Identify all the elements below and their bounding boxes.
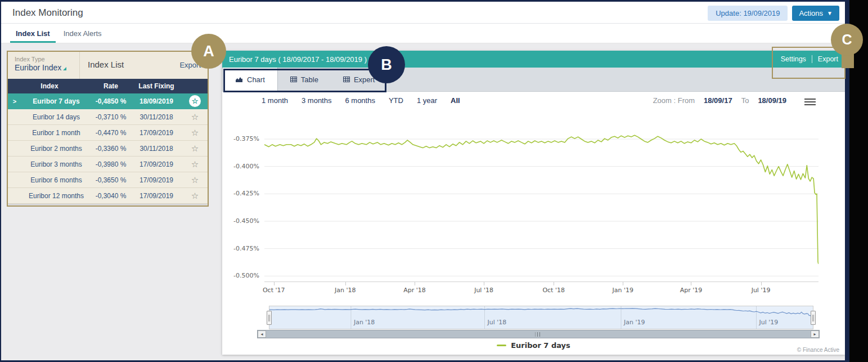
x-axis-label: Apr '18 bbox=[403, 287, 426, 294]
index-last-fixing: 17/09/2019 bbox=[131, 160, 182, 168]
x-axis-label: Jan '18 bbox=[335, 287, 356, 294]
range-button-ytd[interactable]: YTD bbox=[389, 96, 403, 105]
x-axis-label: Jan '19 bbox=[613, 287, 633, 294]
tab-table[interactable]: Table bbox=[278, 68, 331, 91]
series-line-euribor-7-days bbox=[264, 135, 818, 264]
chart-export-link[interactable]: Export bbox=[818, 55, 838, 63]
zoom-from-label: Zoom : From bbox=[653, 96, 695, 105]
index-last-fixing: 17/09/2019 bbox=[131, 129, 182, 137]
tab-label: Expert bbox=[354, 75, 375, 84]
x-axis-label: Jul '19 bbox=[752, 287, 771, 294]
actions-button[interactable]: Actions ▼ bbox=[792, 6, 839, 21]
table-row-euribor-1-month[interactable]: Euribor 1 month-0,4470 %17/09/2019☆ bbox=[8, 125, 208, 141]
index-panel-header: Index Type Euribor Index Index List Expo… bbox=[8, 52, 208, 79]
range-button-1-month[interactable]: 1 month bbox=[262, 96, 288, 105]
navigator-svg bbox=[269, 306, 813, 329]
index-type-value[interactable]: Euribor Index bbox=[15, 63, 66, 72]
navigator-label: Jan '18 bbox=[354, 319, 375, 326]
x-axis-tick bbox=[623, 282, 623, 285]
settings-link[interactable]: Settings bbox=[781, 55, 806, 63]
table-row-euribor-3-months[interactable]: Euribor 3 months-0,3980 %17/09/2019☆ bbox=[8, 157, 208, 172]
zoom-to-date[interactable]: 18/09/19 bbox=[758, 96, 786, 105]
favorite-star[interactable]: ☆ bbox=[182, 112, 208, 122]
navigator-label: Jan '19 bbox=[624, 319, 645, 326]
table-icon bbox=[290, 77, 297, 82]
x-axis-tick bbox=[691, 282, 691, 285]
index-name: Euribor 1 month bbox=[21, 129, 91, 137]
tab-index-list[interactable]: Index List bbox=[9, 24, 57, 43]
table-row-euribor-6-months[interactable]: Euribor 6 months-0,3650 %17/09/2019☆ bbox=[8, 172, 208, 188]
page-tabs: Index ListIndex Alerts bbox=[1, 24, 845, 43]
scroll-right-arrow-icon[interactable]: ▸ bbox=[811, 330, 819, 338]
table-row-euribor-7-days[interactable]: >Euribor 7 days-0,4850 %18/09/2019☆ bbox=[8, 93, 208, 109]
chart-scrollbar[interactable]: ◂ ▸ bbox=[257, 330, 820, 338]
index-list-panel: Index Type Euribor Index Index List Expo… bbox=[8, 52, 208, 204]
top-header: Index Monitoring Update: 19/09/2019 Acti… bbox=[1, 2, 845, 24]
x-axis-tick bbox=[554, 282, 554, 285]
x-axis-tick bbox=[484, 282, 484, 285]
table-row-euribor-14-days[interactable]: Euribor 14 days-0,3710 %30/11/2018☆ bbox=[8, 109, 208, 125]
chart-menu-icon[interactable] bbox=[804, 99, 816, 106]
index-type-selector[interactable]: Index Type Euribor Index bbox=[8, 52, 80, 79]
chart-navigator[interactable]: Jan '18Jul '18Jan '19Jul '19 bbox=[269, 306, 813, 329]
zoom-from-date[interactable]: 18/09/17 bbox=[704, 96, 732, 105]
navigator-right-handle[interactable] bbox=[811, 311, 816, 325]
index-rate: -0,4850 % bbox=[91, 97, 131, 105]
index-name: Euribor 12 months bbox=[21, 192, 91, 200]
column-header-index: Index bbox=[8, 82, 91, 90]
favorite-star[interactable]: ☆ bbox=[182, 95, 208, 107]
x-axis-tick bbox=[274, 282, 275, 285]
range-button-6-months[interactable]: 6 months bbox=[345, 96, 375, 105]
detail-title: Euribor 7 days ( 18/09/2017 - 18/09/2019… bbox=[229, 55, 367, 64]
navigator-label: Jul '18 bbox=[488, 319, 507, 326]
navigator-left-handle[interactable] bbox=[267, 311, 272, 325]
y-axis-label: -0.475% bbox=[222, 245, 259, 252]
favorite-star[interactable]: ☆ bbox=[182, 128, 208, 138]
favorite-star[interactable]: ☆ bbox=[182, 144, 208, 154]
tab-index-alerts[interactable]: Index Alerts bbox=[57, 24, 109, 43]
tab-expert[interactable]: Expert bbox=[331, 68, 388, 91]
copyright-text: © Finance Active bbox=[797, 347, 839, 353]
actions-button-label: Actions bbox=[799, 9, 823, 17]
y-axis-label: -0.425% bbox=[222, 190, 259, 197]
scroll-left-arrow-icon[interactable]: ◂ bbox=[258, 330, 266, 338]
y-axis-label: -0.500% bbox=[222, 272, 259, 279]
range-button-all[interactable]: All bbox=[451, 96, 460, 105]
index-name: Euribor 6 months bbox=[21, 176, 91, 184]
favorite-star[interactable]: ☆ bbox=[182, 159, 208, 169]
tab-label: Chart bbox=[247, 75, 265, 84]
tab-chart[interactable]: Chart bbox=[222, 68, 278, 92]
chevron-down-icon: ▼ bbox=[827, 11, 833, 16]
index-rate: -0,3980 % bbox=[91, 160, 131, 168]
column-header-rate: Rate bbox=[91, 82, 131, 90]
table-row-euribor-12-months[interactable]: Euribor 12 months-0,3040 %17/09/2019☆ bbox=[8, 188, 208, 204]
index-last-fixing: 17/09/2019 bbox=[131, 192, 182, 200]
index-name: Euribor 14 days bbox=[21, 113, 91, 121]
divider bbox=[812, 55, 812, 63]
chart-legend[interactable]: Euribor 7 days bbox=[222, 341, 845, 350]
x-axis-label: Apr '19 bbox=[680, 287, 703, 294]
column-header-last-fixing: Last Fixing bbox=[131, 82, 182, 90]
favorite-star-icon[interactable]: ☆ bbox=[189, 95, 201, 107]
range-button-3-months[interactable]: 3 months bbox=[302, 96, 331, 105]
favorite-star[interactable]: ☆ bbox=[182, 175, 208, 185]
line-chart-svg bbox=[264, 115, 818, 282]
navigator-label: Jul '19 bbox=[759, 319, 779, 326]
update-button[interactable]: Update: 19/09/2019 bbox=[708, 6, 788, 21]
index-detail-card: Euribor 7 days ( 18/09/2017 - 18/09/2019… bbox=[222, 51, 845, 355]
favorite-star[interactable]: ☆ bbox=[182, 191, 208, 201]
index-rate: -0,4470 % bbox=[91, 129, 131, 137]
range-button-1-year[interactable]: 1 year bbox=[417, 96, 437, 105]
detail-title-bar: Euribor 7 days ( 18/09/2017 - 18/09/2019… bbox=[222, 51, 845, 68]
frame-border bbox=[0, 0, 849, 2]
page-title: Index Monitoring bbox=[12, 2, 83, 24]
table-icon bbox=[343, 77, 350, 82]
table-row-euribor-2-months[interactable]: Euribor 2 months-0,3360 %30/11/2018☆ bbox=[8, 141, 208, 157]
index-list-export-link[interactable]: Export bbox=[179, 52, 208, 79]
index-rate: -0,3360 % bbox=[91, 145, 131, 153]
x-axis-tick bbox=[415, 282, 415, 285]
index-last-fixing: 18/09/2019 bbox=[131, 97, 182, 105]
plot-area bbox=[264, 115, 818, 282]
index-table-body: >Euribor 7 days-0,4850 %18/09/2019☆Eurib… bbox=[8, 93, 208, 204]
index-list-title: Index List bbox=[80, 52, 179, 79]
